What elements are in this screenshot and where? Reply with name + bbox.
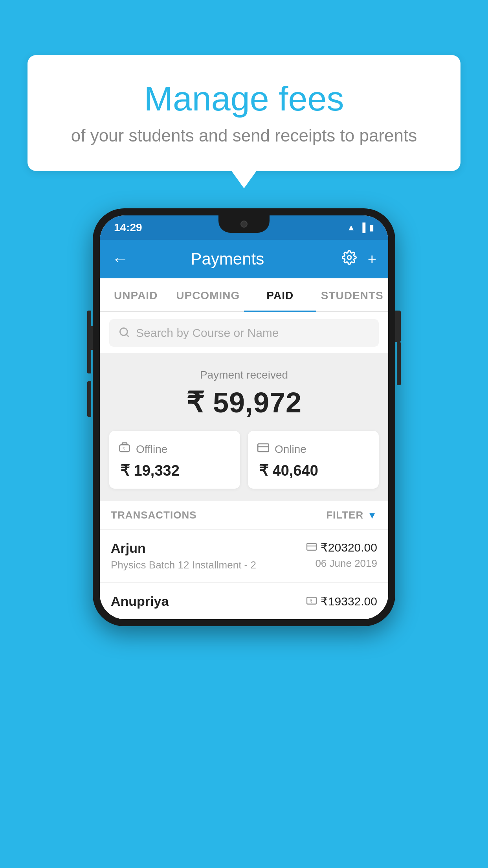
status-bar: 14:29 ▲ ▐ ▮ <box>100 215 388 240</box>
offline-label: Offline <box>136 443 167 456</box>
transaction-amount: ₹19332.00 <box>321 594 377 608</box>
status-icons: ▲ ▐ ▮ <box>347 223 374 233</box>
tab-students[interactable]: STUDENTS <box>316 278 389 311</box>
battery-icon: ▮ <box>369 223 374 233</box>
speech-bubble: Manage fees of your students and send re… <box>28 55 460 171</box>
search-icon <box>119 327 130 339</box>
svg-line-2 <box>126 334 128 336</box>
svg-point-0 <box>347 256 351 259</box>
transaction-amount-row: ₹20320.00 <box>306 541 377 554</box>
filter-icon: ▼ <box>367 510 377 521</box>
transaction-right: ₹ ₹19332.00 <box>306 594 377 611</box>
transaction-name: Arjun <box>111 541 306 556</box>
svg-text:₹: ₹ <box>123 447 125 451</box>
transaction-left: Anupriya <box>111 594 306 612</box>
app-header: ← Payments + <box>100 240 388 278</box>
online-card-header: Online <box>257 442 369 456</box>
signal-icon: ▐ <box>359 223 365 233</box>
notch <box>218 215 270 233</box>
back-button[interactable]: ← <box>112 249 129 269</box>
offline-icon: ₹ <box>119 442 130 456</box>
payment-summary: Payment received ₹ 59,972 <box>100 353 388 431</box>
search-input-placeholder: Search by Course or Name <box>136 326 279 340</box>
svg-rect-7 <box>307 543 316 550</box>
search-bar[interactable]: Search by Course or Name <box>109 319 379 347</box>
transaction-rupee-icon: ₹ <box>306 596 317 607</box>
payment-total-amount: ₹ 59,972 <box>109 386 379 419</box>
tab-unpaid[interactable]: UNPAID <box>100 278 172 311</box>
header-actions: + <box>342 250 376 268</box>
transactions-label: TRANSACTIONS <box>111 509 197 521</box>
svg-rect-5 <box>258 444 269 452</box>
online-label: Online <box>275 443 306 456</box>
transaction-row: Anupriya ₹ ₹19332.00 <box>100 583 388 619</box>
phone-screen: 14:29 ▲ ▐ ▮ ← <box>100 215 388 619</box>
settings-icon[interactable] <box>342 250 357 268</box>
online-amount: ₹ 40,640 <box>259 462 369 479</box>
transaction-amount-row: ₹ ₹19332.00 <box>306 594 377 608</box>
offline-amount: ₹ 19,332 <box>120 462 231 479</box>
wifi-icon: ▲ <box>347 223 356 233</box>
tabs-bar: UNPAID UPCOMING PAID STUDENTS <box>100 278 388 312</box>
online-icon <box>257 442 269 456</box>
transaction-right: ₹20320.00 06 June 2019 <box>306 541 377 570</box>
page-title: Payments <box>137 250 318 268</box>
tab-upcoming[interactable]: UPCOMING <box>172 278 244 311</box>
bubble-subtitle: of your students and send receipts to pa… <box>59 126 429 145</box>
transactions-header: TRANSACTIONS FILTER ▼ <box>100 501 388 530</box>
transaction-date: 06 June 2019 <box>306 557 377 570</box>
transaction-row: Arjun Physics Batch 12 Installment - 2 <box>100 530 388 583</box>
payment-cards: ₹ Offline ₹ 19,332 <box>100 431 388 501</box>
camera-dot <box>240 221 248 228</box>
transaction-amount: ₹20320.00 <box>321 541 377 554</box>
transaction-detail: Physics Batch 12 Installment - 2 <box>111 559 306 571</box>
online-payment-card: Online ₹ 40,640 <box>248 431 379 489</box>
add-button[interactable]: + <box>368 251 376 268</box>
phone-mockup: 14:29 ▲ ▐ ▮ ← <box>93 208 395 626</box>
transaction-card-icon <box>306 543 317 552</box>
speech-bubble-container: Manage fees of your students and send re… <box>28 55 460 171</box>
offline-card-header: ₹ Offline <box>119 442 231 456</box>
transaction-left: Arjun Physics Batch 12 Installment - 2 <box>111 541 306 571</box>
phone-outer: 14:29 ▲ ▐ ▮ ← <box>93 208 395 626</box>
search-container: Search by Course or Name <box>100 312 388 347</box>
status-time: 14:29 <box>114 221 142 234</box>
tab-paid[interactable]: PAID <box>244 278 316 311</box>
payment-received-label: Payment received <box>109 369 379 381</box>
filter-button[interactable]: FILTER ▼ <box>326 509 377 521</box>
svg-text:₹: ₹ <box>309 599 312 603</box>
offline-payment-card: ₹ Offline ₹ 19,332 <box>109 431 240 489</box>
bubble-title: Manage fees <box>59 79 429 119</box>
transaction-name: Anupriya <box>111 594 306 609</box>
filter-label: FILTER <box>326 509 363 521</box>
